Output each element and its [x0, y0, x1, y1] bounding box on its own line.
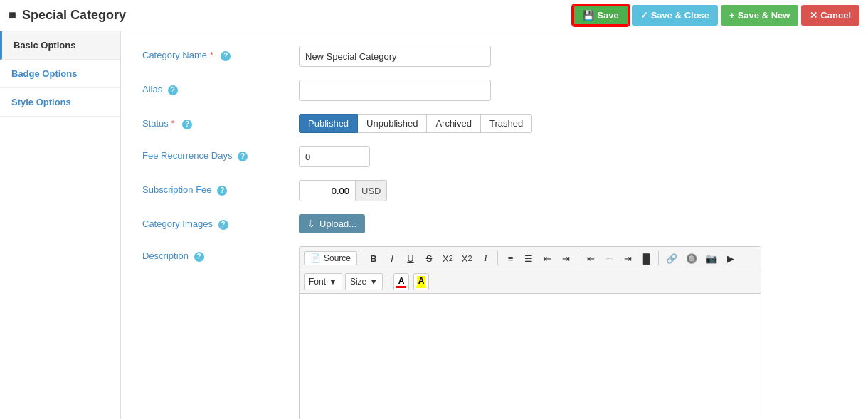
header-actions: 💾 Save ✓ Save & Close + Save & New ✕ Can… — [573, 5, 859, 26]
media-button[interactable]: ▶ — [722, 250, 739, 267]
status-required: * — [171, 118, 174, 129]
sidebar: Basic Options Badge Options Style Option… — [0, 31, 121, 419]
status-unpublished-button[interactable]: Unpublished — [358, 114, 427, 133]
upload-icon: ⇩ — [307, 218, 315, 229]
upload-button[interactable]: ⇩ Upload... — [299, 214, 365, 233]
toolbar-separator-3 — [578, 251, 578, 265]
subscription-fee-help-icon[interactable]: ? — [217, 186, 227, 196]
fee-recurrence-help-icon[interactable]: ? — [238, 152, 248, 161]
editor-source-button[interactable]: 📄 Source — [304, 251, 357, 265]
align-right-button[interactable]: ⇥ — [619, 250, 636, 267]
save-close-label: Save & Close — [651, 10, 709, 21]
status-published-button[interactable]: Published — [299, 114, 358, 133]
font-chevron-icon: ▼ — [329, 277, 337, 287]
status-trashed-button[interactable]: Trashed — [481, 114, 532, 133]
link-button[interactable]: 🔗 — [662, 250, 681, 267]
alias-help-icon[interactable]: ? — [168, 85, 178, 95]
font-color-bar — [396, 286, 406, 288]
font-color-button[interactable]: A — [393, 273, 409, 290]
ordered-list-button[interactable]: ≡ — [502, 250, 519, 267]
image-button[interactable]: 📷 — [702, 250, 721, 267]
header: ■ Special Category 💾 Save ✓ Save & Close… — [0, 0, 868, 31]
alias-label: Alias ? — [142, 80, 299, 95]
font-label: Font — [309, 277, 326, 287]
category-images-help-icon[interactable]: ? — [218, 220, 228, 230]
size-label: Size — [350, 277, 366, 287]
size-dropdown[interactable]: Size ▼ — [345, 273, 383, 290]
alias-row: Alias ? — [142, 80, 847, 101]
fee-recurrence-label: Fee Recurrence Days ? — [142, 146, 299, 161]
source-doc-icon: 📄 — [310, 253, 321, 263]
save-close-icon: ✓ — [640, 10, 648, 21]
source-label: Source — [324, 253, 351, 263]
page-title-area: ■ Special Category — [9, 8, 573, 23]
editor-toolbar-row1: 📄 Source B I U S X2 X2 I ≡ ☰ ⇤ ⇥ — [300, 247, 761, 270]
description-label: Description ? — [142, 246, 299, 262]
status-group: Published Unpublished Archived Trashed — [299, 114, 532, 133]
fee-recurrence-row: Fee Recurrence Days ? — [142, 146, 847, 167]
bold-button[interactable]: B — [365, 250, 382, 267]
status-archived-button[interactable]: Archived — [427, 114, 481, 133]
editor-body[interactable] — [300, 294, 761, 419]
unordered-list-button[interactable]: ☰ — [520, 250, 537, 267]
save-new-label: Save & New — [738, 10, 790, 21]
font-dropdown[interactable]: Font ▼ — [304, 273, 342, 290]
save-close-button[interactable]: ✓ Save & Close — [632, 5, 718, 26]
category-name-label: Category Name * ? — [142, 46, 299, 61]
font-highlight-bar — [416, 286, 426, 288]
align-center-button[interactable]: ═ — [600, 250, 618, 267]
superscript-button[interactable]: X2 — [458, 250, 476, 267]
subscript-button[interactable]: X2 — [439, 250, 457, 267]
main-content: Category Name * ? Alias ? Status * ? Pub… — [121, 31, 868, 419]
fee-recurrence-input[interactable] — [299, 146, 370, 167]
align-justify-button[interactable]: █ — [637, 250, 655, 267]
status-label: Status * ? — [142, 114, 299, 129]
toolbar-separator-4 — [658, 251, 659, 265]
category-images-row: Category Images ? ⇩ Upload... — [142, 214, 847, 233]
indent-button[interactable]: ⇥ — [557, 250, 574, 267]
status-help-icon[interactable]: ? — [182, 120, 192, 129]
font-highlight-button[interactable]: A — [413, 273, 429, 290]
editor-wrap: 📄 Source B I U S X2 X2 I ≡ ☰ ⇤ ⇥ — [299, 246, 761, 419]
italic-button[interactable]: I — [383, 250, 401, 267]
main-layout: Basic Options Badge Options Style Option… — [0, 31, 868, 419]
outdent-button[interactable]: ⇤ — [539, 250, 556, 267]
category-name-row: Category Name * ? — [142, 46, 847, 67]
fee-currency: USD — [356, 180, 387, 201]
sidebar-item-badge-options[interactable]: Badge Options — [0, 60, 120, 88]
category-name-input[interactable] — [299, 46, 491, 67]
category-images-label: Category Images ? — [142, 214, 299, 230]
unlink-button[interactable]: 🔘 — [682, 250, 701, 267]
upload-label: Upload... — [319, 218, 356, 229]
toolbar-separator-5 — [388, 275, 388, 289]
underline-button[interactable]: U — [402, 250, 419, 267]
required-indicator: * — [210, 50, 213, 60]
remove-format-button[interactable]: I — [477, 250, 494, 267]
sidebar-item-basic-options[interactable]: Basic Options — [0, 31, 120, 60]
strikethrough-button[interactable]: S — [420, 250, 438, 267]
description-row: Description ? 📄 Source B I U S X2 X2 — [142, 246, 847, 419]
toolbar-separator-1 — [361, 251, 361, 265]
cancel-icon: ✕ — [810, 10, 817, 21]
editor-toolbar-row2: Font ▼ Size ▼ A A — [300, 270, 761, 294]
subscription-fee-input[interactable] — [299, 180, 356, 201]
font-color-icon: A — [398, 276, 405, 286]
subscription-fee-label: Subscription Fee ? — [142, 180, 299, 196]
align-left-button[interactable]: ⇤ — [582, 250, 599, 267]
status-row: Status * ? Published Unpublished Archive… — [142, 114, 847, 133]
save-button[interactable]: 💾 Save — [573, 5, 628, 26]
cancel-button[interactable]: ✕ Cancel — [801, 5, 859, 26]
save-new-button[interactable]: + Save & New — [721, 5, 798, 26]
sidebar-item-style-options[interactable]: Style Options — [0, 88, 120, 117]
size-chevron-icon: ▼ — [369, 277, 378, 287]
save-label: Save — [597, 10, 618, 21]
toolbar-separator-2 — [497, 251, 498, 265]
save-new-icon: + — [729, 10, 735, 21]
category-name-help-icon[interactable]: ? — [221, 51, 231, 61]
font-highlight-icon: A — [417, 276, 426, 286]
cancel-label: Cancel — [820, 10, 851, 21]
page-title: Special Category — [22, 8, 126, 23]
description-help-icon[interactable]: ? — [194, 252, 204, 262]
subscription-fee-input-wrap: USD — [299, 180, 387, 201]
alias-input[interactable] — [299, 80, 491, 101]
